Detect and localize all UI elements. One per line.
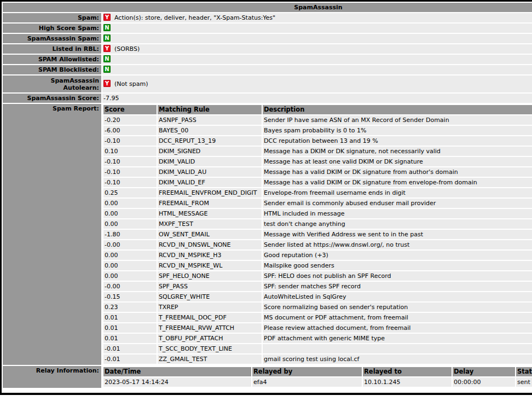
relay-status: sent (516, 377, 532, 387)
spam-rule-row: -0.01 T_SCC_BODY_TEXT_LINE (103, 344, 532, 353)
field-row: High Score Spam: N (3, 24, 532, 33)
rule-score: -0.00 (103, 282, 157, 291)
spam-rule-row: 0.00 HTML_MESSAGE HTML included in messa… (103, 209, 532, 218)
relay-datetime: 2023-05-17 14:14:24 (103, 377, 251, 387)
yes-no-badge: Y (103, 14, 111, 21)
field-label: SpamAssassin Score: (27, 95, 99, 102)
yes-no-badge: N (103, 55, 111, 62)
rule-name: RCVD_IN_DNSWL_NONE (158, 240, 262, 249)
col-header-relayed-by: Relayed by (252, 367, 362, 376)
field-row: SpamAssassin Autolearn: Y(Not spam) (3, 75, 532, 92)
rule-name: TXREP (158, 303, 262, 312)
spam-report-header-row: Score Matching Rule Description (103, 105, 532, 114)
rule-name: DKIM_SIGNED (158, 147, 262, 156)
rule-score: 0.01 (103, 334, 157, 343)
rule-score: -0.01 (103, 344, 157, 353)
rule-name: FREEMAIL_ENVFROM_END_DIGIT (158, 188, 262, 197)
field-value: N (102, 65, 532, 74)
field-rows: Spam: YAction(s): store, deliver, header… (3, 13, 532, 103)
rule-description (263, 344, 532, 353)
spam-rule-row: 0.01 T_FREEMAIL_DOC_PDF MS document or P… (103, 313, 532, 322)
rule-description: Message has a valid DKIM or DK signature… (263, 167, 532, 177)
relay-information-row: Relay Information: Date/Time Relayed by … (3, 366, 532, 388)
rule-name: ZZ_GMAIL_TEST (158, 354, 262, 364)
field-label: Spam: (78, 14, 99, 21)
spam-rule-row: 0.01 T_OBFU_PDF_ATTACH PDF attachment wi… (103, 334, 532, 343)
relay-header-row: Date/Time Relayed by Relayed to Delay St… (103, 367, 532, 376)
rule-score: -0.10 (103, 157, 157, 166)
report-sheet: SpamAssassin Spam: YAction(s): store, de… (0, 0, 532, 395)
spam-rule-row: -6.00 BAYES_00 Bayes spam probability is… (103, 126, 532, 135)
rule-name: SPF_HELO_NONE (158, 271, 262, 281)
rule-name: DKIM_VALID_EF (158, 178, 262, 187)
spam-rule-row: -0.10 DKIM_VALID_AU Message has a valid … (103, 167, 532, 177)
spam-rule-row: 0.00 RCVD_IN_MSPIKE_H3 Good reputation (… (103, 251, 532, 260)
rule-name: SQLGREY_WHITE (158, 292, 262, 301)
field-label: High Score Spam: (39, 25, 99, 32)
rule-score: 0.01 (103, 323, 157, 333)
rule-score: 0.00 (103, 261, 157, 270)
col-header-delay: Delay (453, 367, 515, 376)
field-value: N (102, 24, 532, 33)
field-value: N (102, 34, 532, 43)
yes-no-badge: N (103, 24, 111, 31)
rule-description: DCC reputation between 13 and 19 % (263, 136, 532, 146)
rule-score: 0.00 (103, 251, 157, 260)
spam-report-row: Spam Report: Score Matching Rule Descrip… (3, 104, 532, 365)
rule-description: Please review attached document, from fr… (263, 323, 532, 333)
yes-no-badge: N (103, 66, 111, 73)
spam-report-body: -0.20 ASNPF_PASS Sender IP have same ASN… (103, 115, 532, 364)
relay-row: 2023-05-17 14:14:24 efa4 10.10.1.245 00:… (103, 377, 532, 387)
col-header-relayed-to: Relayed to (363, 367, 452, 376)
rule-description: SPF: sender matches SPF record (263, 282, 532, 291)
yes-no-badge: N (103, 34, 111, 42)
spam-rule-row: 0.01 T_FREEMAIL_RVW_ATTCH Please review … (103, 323, 532, 333)
rule-score: 0.10 (103, 147, 157, 156)
rule-score: -0.15 (103, 292, 157, 301)
rule-name: FREEMAIL_FROM (158, 199, 262, 208)
field-text: -7.95 (103, 95, 119, 102)
rule-score: 0.25 (103, 188, 157, 197)
rule-name: T_SCC_BODY_TEXT_LINE (158, 344, 262, 353)
field-label: SpamAssassin Spam: (27, 35, 99, 42)
field-value: -7.95 (102, 94, 532, 103)
report-table: SpamAssassin Spam: YAction(s): store, de… (2, 2, 532, 389)
rule-name: DKIM_VALID_AU (158, 167, 262, 177)
relay-body: 2023-05-17 14:14:24 efa4 10.10.1.245 00:… (103, 377, 532, 387)
spam-rule-row: 0.00 FREEMAIL_FROM Sender email is commo… (103, 199, 532, 208)
rule-description: SPF: HELO does not publish an SPF Record (263, 271, 532, 281)
page-title: SpamAssassin (3, 3, 532, 12)
relay-relayed-to: 10.10.1.245 (363, 377, 452, 387)
field-row: SpamAssassin Score: -7.95 (3, 94, 532, 103)
field-value: Y(SORBS) (102, 44, 532, 54)
col-header-score: Score (103, 105, 157, 114)
spam-rule-row: 0.10 DKIM_SIGNED Message has a DKIM or D… (103, 147, 532, 156)
field-text: Action(s): store, deliver, header, "X-Sp… (114, 14, 275, 21)
field-row: SPAM Blocklisted: N (3, 65, 532, 74)
rule-score: 0.00 (103, 271, 157, 281)
col-header-datetime: Date/Time (103, 367, 251, 376)
relay-information-label: Relay Information: (3, 366, 101, 388)
spam-rule-row: 0.00 MXPF_TEST test don't change anythin… (103, 219, 532, 229)
rule-score: -1.80 (103, 230, 157, 239)
field-text: (Not spam) (114, 80, 148, 88)
spam-report-label: Spam Report: (3, 104, 101, 365)
field-value: N (102, 55, 532, 64)
spam-rule-row: -0.15 SQLGREY_WHITE AutoWhiteListed in S… (103, 292, 532, 301)
spam-report-table: Score Matching Rule Description -0.20 AS… (102, 104, 532, 365)
rule-description: Mailspike good senders (263, 261, 532, 270)
rule-name: RCVD_IN_MSPIKE_WL (158, 261, 262, 270)
rule-name: BAYES_00 (158, 126, 262, 135)
title-row: SpamAssassin (3, 3, 532, 12)
field-label: SPAM Allowlisted: (38, 56, 99, 63)
rule-score: 0.01 (103, 313, 157, 322)
spam-rule-row: -0.20 ASNPF_PASS Sender IP have same ASN… (103, 115, 532, 125)
relay-delay: 00:00:00 (453, 377, 515, 387)
rule-description: Message has a valid DKIM or DK signature… (263, 178, 532, 187)
rule-score: -0.10 (103, 178, 157, 187)
rule-description: Bayes spam probability is 0 to 1% (263, 126, 532, 135)
col-header-description: Description (263, 105, 532, 114)
rule-name: SPF_PASS (158, 282, 262, 291)
rule-name: MXPF_TEST (158, 219, 262, 229)
col-header-matching-rule: Matching Rule (158, 105, 262, 114)
